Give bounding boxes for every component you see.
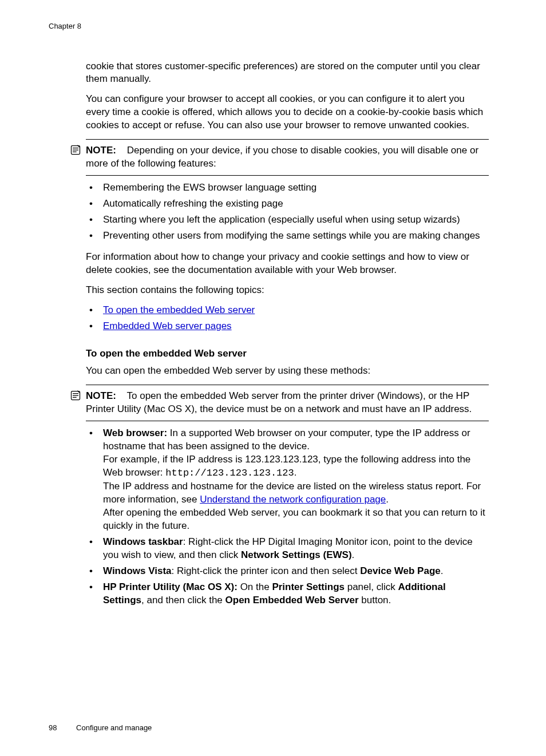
note-text: Depending on your device, if you chose t… — [86, 145, 478, 169]
chapter-header: Chapter 8 — [49, 21, 497, 31]
ui-label: Device Web Page — [360, 565, 440, 576]
list-item: Web browser: In a supported Web browser … — [86, 427, 489, 533]
method-label: HP Printer Utility (Mac OS X): — [103, 581, 238, 592]
footer: 98 Configure and manage — [49, 723, 152, 733]
note-text: To open the embedded Web server from the… — [86, 390, 472, 414]
note-box: NOTE: Depending on your device, if you c… — [86, 139, 489, 176]
method-list: Web browser: In a supported Web browser … — [86, 427, 489, 607]
link-list: To open the embedded Web server Embedded… — [86, 304, 489, 333]
text: . — [386, 494, 389, 505]
list-item: Windows Vista: Right-click the printer i… — [86, 565, 489, 578]
text: After opening the embedded Web server, y… — [103, 507, 485, 531]
paragraph: cookie that stores customer-specific pre… — [86, 60, 489, 86]
link-ews-pages[interactable]: Embedded Web server pages — [103, 320, 232, 331]
text: , and then click the — [141, 595, 225, 605]
method-label: Windows taskbar — [103, 536, 183, 547]
ui-label: Open Embedded Web Server — [225, 595, 359, 605]
link-open-ews[interactable]: To open the embedded Web server — [103, 304, 255, 315]
ui-label: Printer Settings — [272, 581, 345, 592]
section-heading: To open the embedded Web server — [86, 347, 489, 361]
list-item: Windows taskbar: Right-click the HP Digi… — [86, 536, 489, 562]
paragraph: For information about how to change your… — [86, 251, 489, 277]
method-label: Web browser: — [103, 428, 167, 438]
list-item: Embedded Web server pages — [86, 320, 489, 333]
note-icon — [70, 390, 81, 401]
page-number: 98 — [49, 723, 57, 732]
text: . — [294, 467, 297, 478]
footer-section: Configure and manage — [76, 723, 152, 732]
ui-label: Network Settings (EWS) — [241, 549, 352, 560]
note-text — [119, 145, 127, 156]
content-area: cookie that stores customer-specific pre… — [86, 60, 489, 607]
text: panel, click — [345, 581, 398, 592]
code-text: http://123.123.123.123 — [165, 468, 294, 478]
text: : Right-click the printer icon and then … — [172, 565, 361, 576]
list-item: Starting where you left the application … — [86, 213, 489, 227]
paragraph: This section contains the following topi… — [86, 284, 489, 297]
note-icon — [70, 144, 81, 156]
text: . — [441, 565, 444, 576]
bullet-list: Remembering the EWS browser language set… — [86, 181, 489, 243]
note-label: NOTE: — [86, 145, 116, 156]
link-network-config[interactable]: Understand the network configuration pag… — [200, 494, 386, 505]
text: On the — [238, 581, 272, 592]
list-item: Automatically refreshing the existing pa… — [86, 197, 489, 211]
paragraph: You can open the embedded Web server by … — [86, 365, 489, 378]
note-box: NOTE: To open the embedded Web server fr… — [86, 385, 489, 421]
list-item: HP Printer Utility (Mac OS X): On the Pr… — [86, 581, 489, 607]
paragraph: You can configure your browser to accept… — [86, 93, 489, 132]
text: . — [352, 549, 355, 560]
list-item: To open the embedded Web server — [86, 304, 489, 317]
note-label: NOTE: — [86, 390, 116, 401]
note-text — [119, 390, 127, 401]
text: button. — [359, 595, 391, 605]
list-item: Preventing other users from modifying th… — [86, 229, 489, 243]
method-label: Windows Vista — [103, 565, 172, 576]
list-item: Remembering the EWS browser language set… — [86, 181, 489, 195]
